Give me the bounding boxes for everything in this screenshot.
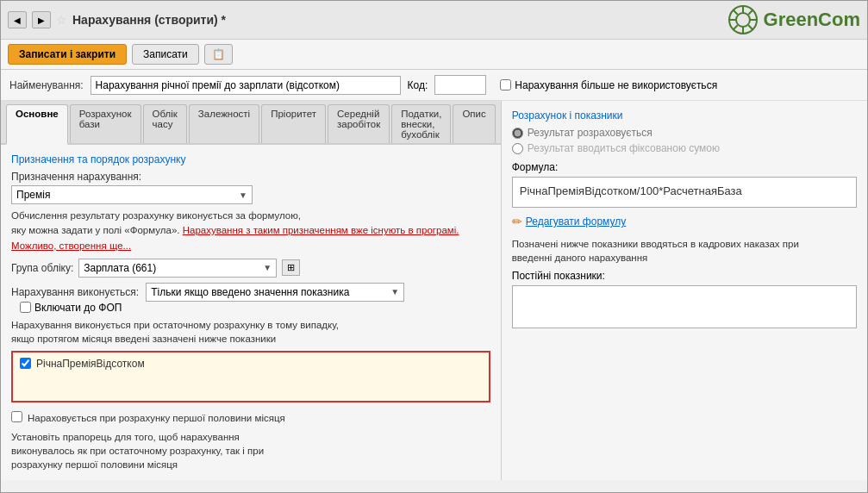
pencil-icon: ✏: [512, 215, 522, 228]
priz-select[interactable]: Премія ▼: [11, 185, 253, 204]
not-used-label: Нарахування більше не використовується: [515, 79, 717, 91]
radio-rozr[interactable]: [512, 128, 523, 139]
title-bar: ◀ ▶ ☆ Нарахування (створити) * GreenCom: [1, 1, 867, 40]
not-used-checkbox[interactable]: [500, 79, 511, 90]
first-half-checkbox[interactable]: [11, 411, 22, 422]
kod-label: Код:: [408, 79, 428, 91]
fop-label: Включати до ФОП: [34, 302, 122, 314]
tab-podatky[interactable]: Податки, внески, бухоблік: [391, 104, 451, 143]
narah-row: Нарахування виконується: Тільки якщо вве…: [11, 283, 490, 302]
narah-note: Нарахування виконується при остаточному …: [11, 318, 490, 346]
svg-line-7: [748, 25, 752, 29]
indicator-item: РічнаПреміяВідсотком: [20, 358, 482, 370]
favorite-icon[interactable]: ☆: [56, 13, 67, 27]
indicator-label: РічнаПреміяВідсотком: [36, 358, 145, 370]
window-title: Нарахування (створити) *: [72, 13, 226, 27]
group-value: Зарплата (661): [84, 262, 156, 274]
tab-rozrahunok[interactable]: Розрахунок бази: [70, 104, 141, 143]
radio-item-1: Результат розраховується: [512, 127, 857, 139]
indicator-checkbox[interactable]: [20, 358, 31, 369]
priz-value: Премія: [16, 189, 50, 201]
indicator-box[interactable]: РічнаПреміяВідсотком: [11, 351, 490, 403]
radio-group: Результат розраховується Результат вводи…: [512, 127, 857, 154]
info-line1: Обчислення результату розрахунку виконує…: [11, 210, 301, 221]
left-panel: Основне Розрахунок бази Облік часу Залеж…: [1, 101, 502, 480]
save-close-button[interactable]: Записати і закрити: [8, 44, 127, 65]
info-line2: яку можна задати у полі «Формула».: [11, 225, 179, 235]
svg-point-1: [736, 13, 750, 27]
svg-line-6: [733, 9, 737, 14]
right-panel: Розрахунок і показники Результат розрахо…: [502, 101, 867, 480]
first-half-label: Нараховується при розрахунку першої поло…: [28, 411, 285, 425]
bottom-note: Установіть прапорець для того, щоб нарах…: [11, 430, 490, 471]
tab-priorytet[interactable]: Пріоритет: [261, 104, 326, 143]
not-used-checkbox-area: Нарахування більше не використовується: [500, 79, 717, 91]
rp-section-title: Розрахунок і показники: [512, 109, 857, 122]
group-label: Група обліку:: [11, 262, 73, 274]
postiyni-label: Постійні показники:: [512, 270, 857, 282]
forward-button[interactable]: ▶: [32, 11, 51, 28]
tab-oblik[interactable]: Облік часу: [143, 104, 187, 143]
narah-label: Нарахування виконується:: [11, 286, 139, 298]
priz-label: Призначення нарахування:: [11, 171, 490, 183]
svg-line-8: [748, 9, 752, 14]
kod-input[interactable]: [434, 75, 486, 95]
priz-select-wrapper: Премія ▼: [11, 185, 490, 204]
main-content: Основне Розрахунок бази Облік часу Залеж…: [1, 101, 867, 480]
info-text: Обчислення результату розрахунку виконує…: [11, 209, 490, 253]
group-row: Група обліку: Зарплата (661) ▼ ⊞: [11, 259, 490, 278]
logo-text: GreenCom: [764, 9, 860, 31]
bottom-check: Нараховується при розрахунку першої поло…: [11, 411, 490, 425]
form-header: Найменування: Код: Нарахування більше не…: [1, 70, 867, 101]
tab-zalezhnosti[interactable]: Залежності: [189, 104, 259, 143]
group-arrow-icon: ▼: [263, 263, 272, 272]
priz-arrow-icon: ▼: [239, 190, 247, 200]
formula-box: РічнаПреміяВідсотком/100*РасчетнаяБаза: [512, 177, 857, 208]
tab-content-osnovne: Призначення та порядок розрахунку Призна…: [1, 145, 501, 480]
main-window: ◀ ▶ ☆ Нарахування (створити) * GreenCom: [0, 0, 868, 493]
naim-input[interactable]: [91, 76, 401, 95]
tabs-bar: Основне Розрахунок бази Облік часу Залеж…: [1, 101, 501, 145]
svg-line-9: [733, 25, 737, 29]
postiyni-box: [512, 285, 857, 328]
narah-arrow-icon: ▼: [390, 287, 399, 296]
fop-checkbox[interactable]: [20, 302, 31, 313]
tab-osnovne[interactable]: Основне: [6, 104, 68, 145]
radio-rozr-label: Результат розраховується: [528, 127, 653, 139]
doc-icon-button[interactable]: 📋: [204, 44, 233, 65]
tab-seredniy[interactable]: Середній заробіток: [328, 104, 390, 143]
group-select[interactable]: Зарплата (661) ▼: [78, 259, 277, 278]
save-button[interactable]: Записати: [132, 44, 199, 65]
priz-section-link[interactable]: Призначення та порядок розрахунку: [11, 153, 490, 165]
logo-area: GreenCom: [727, 4, 860, 35]
edit-formula-row: ✏ Редагувати формулу: [512, 215, 857, 228]
naim-label: Найменування:: [9, 79, 84, 91]
title-left: ◀ ▶ ☆ Нарахування (створити) *: [8, 11, 226, 28]
radio-item-2: Результат вводиться фіксованою сумою: [512, 142, 857, 154]
narah-select[interactable]: Тільки якщо введено значення показника ▼: [146, 283, 404, 302]
group-edit-button[interactable]: ⊞: [282, 259, 300, 276]
fop-check-area: Включати до ФОП: [20, 302, 490, 314]
tab-opys[interactable]: Опис: [453, 104, 495, 143]
rp-note: Позначені нижче показники вводяться в ка…: [512, 237, 857, 265]
radio-fixed-label: Результат вводиться фіксованою сумою: [528, 142, 720, 154]
edit-formula-link[interactable]: Редагувати формулу: [526, 215, 626, 228]
back-button[interactable]: ◀: [8, 11, 27, 28]
narah-value: Тільки якщо введено значення показника: [151, 286, 349, 298]
formula-label: Формула:: [512, 161, 857, 173]
radio-fixed[interactable]: [512, 143, 523, 154]
toolbar: Записати і закрити Записати 📋: [1, 40, 867, 70]
logo-icon: [727, 4, 759, 35]
